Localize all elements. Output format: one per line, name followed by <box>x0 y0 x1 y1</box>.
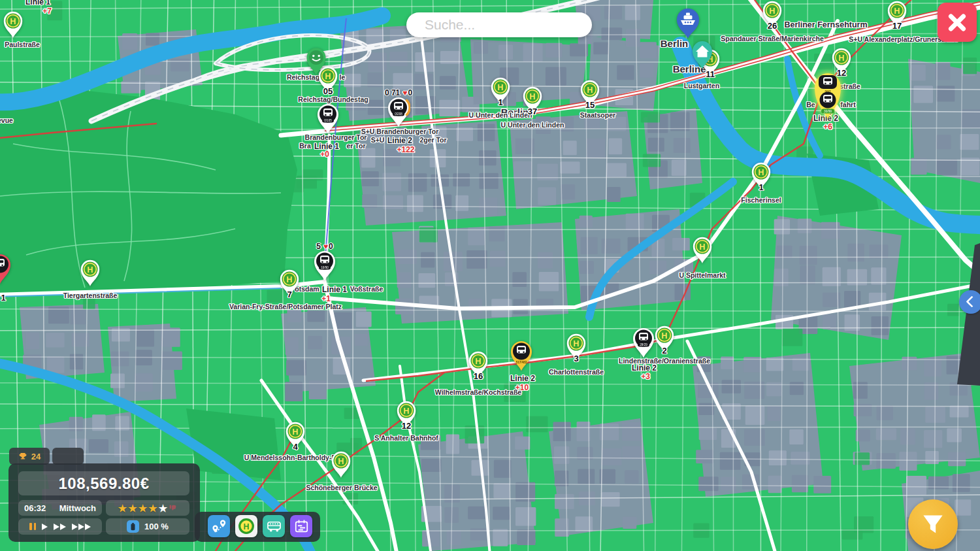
funnel-icon <box>918 509 948 539</box>
home-marker[interactable] <box>691 40 714 70</box>
svg-text:H: H <box>475 357 481 366</box>
svg-text:H: H <box>338 457 344 466</box>
play-button[interactable] <box>42 524 48 530</box>
bus-stop-marker[interactable]: H <box>580 80 600 107</box>
vehicle-marker[interactable]: 0/105 <box>316 103 340 135</box>
rating-star: ★ <box>159 503 167 513</box>
svg-text:H: H <box>529 92 535 101</box>
rating-star: ★ <box>128 503 137 513</box>
routes-tool-button[interactable] <box>208 515 230 537</box>
bus-stop-sign-icon: H <box>237 517 255 535</box>
bus-stop-marker[interactable]: H <box>522 86 543 114</box>
bus-stop-marker[interactable]: H <box>831 48 852 75</box>
bus-stop-marker[interactable]: H <box>751 162 772 190</box>
svg-text:H: H <box>244 522 250 531</box>
svg-text:H: H <box>87 265 93 275</box>
bus-stop-marker[interactable]: H <box>285 422 306 449</box>
rating-star: ★ <box>148 503 157 513</box>
svg-text:H: H <box>758 168 764 177</box>
rating-star: ★ <box>118 503 127 513</box>
svg-text:H: H <box>838 54 844 63</box>
collapse-panel-button[interactable] <box>959 290 980 314</box>
svg-text:10/90: 10/90 <box>321 266 329 269</box>
svg-text:H: H <box>573 339 579 348</box>
bus-stop-marker[interactable]: H <box>490 77 511 105</box>
vehicle-marker[interactable]: 10/90 <box>313 250 336 282</box>
bus-stop-marker[interactable]: H <box>692 237 713 264</box>
trophy-counter[interactable]: 24 <box>9 448 50 465</box>
time-display[interactable]: 06:32 Mittwoch <box>18 500 102 516</box>
ship-marker[interactable] <box>675 7 701 40</box>
day-value: Mittwoch <box>59 503 96 513</box>
vehicle-marker[interactable]: 517/483 <box>510 341 533 372</box>
fast-forward-button[interactable] <box>54 524 66 530</box>
battery-display[interactable]: 100 % <box>106 518 189 535</box>
filter-button[interactable] <box>908 499 958 549</box>
trophy-icon <box>18 452 27 461</box>
svg-text:0/208: 0/208 <box>395 112 402 116</box>
speed-controls <box>18 518 102 535</box>
buses-tool-button[interactable] <box>263 515 285 537</box>
svg-text:0/105: 0/105 <box>324 119 332 122</box>
svg-text:517/483: 517/483 <box>516 361 527 364</box>
bus-stop-marker[interactable]: H <box>887 1 907 28</box>
trophy-count: 24 <box>31 452 41 461</box>
vehicle-marker[interactable] <box>0 254 12 285</box>
vehicle-marker[interactable]: 28/29 <box>632 327 655 359</box>
svg-text:H: H <box>699 242 705 252</box>
bus-icon <box>265 518 283 535</box>
chevron-left-icon <box>966 295 977 307</box>
svg-text:H: H <box>286 275 292 284</box>
rating-display[interactable]: ★★★★★ <box>106 500 189 516</box>
bus-stop-marker[interactable]: H <box>279 269 300 297</box>
svg-text:H: H <box>587 86 593 95</box>
bus-stop-marker[interactable]: H <box>566 333 587 361</box>
close-button[interactable] <box>938 3 977 42</box>
svg-text:H: H <box>403 407 409 416</box>
schedule-icon <box>293 518 310 535</box>
svg-text:H: H <box>497 83 503 92</box>
pause-button[interactable] <box>29 523 36 530</box>
smiley-marker[interactable] <box>305 47 327 76</box>
route-pins-icon <box>210 518 228 535</box>
secondary-counter[interactable] <box>52 448 84 465</box>
vehicle-marker-selected[interactable]: 0/9230/99 <box>812 72 843 120</box>
svg-text:28/29: 28/29 <box>640 343 647 346</box>
svg-text:H: H <box>10 17 16 26</box>
bus-stop-marker[interactable]: H <box>654 326 675 353</box>
rating-star: ★ <box>139 503 147 513</box>
money-display[interactable]: 108,569.80€ <box>18 471 189 495</box>
schedules-tool-button[interactable] <box>290 515 312 537</box>
rating-trend-icon <box>169 504 177 512</box>
fastest-forward-button[interactable] <box>72 524 91 530</box>
svg-text:H: H <box>292 427 298 437</box>
bus-stop-marker[interactable]: H <box>3 11 24 39</box>
vehicle-marker[interactable]: 0/208 <box>387 97 410 128</box>
battery-value: 100 % <box>144 522 169 531</box>
bus-stop-marker[interactable]: H <box>80 259 101 287</box>
money-value: 108,569.80€ <box>59 475 150 493</box>
svg-text:H: H <box>769 7 775 16</box>
search-input[interactable] <box>406 12 592 37</box>
bus-stop-marker[interactable]: H <box>762 1 783 28</box>
bus-stop-marker[interactable]: H <box>468 351 489 378</box>
svg-text:H: H <box>894 7 900 16</box>
clock-value: 06:32 <box>24 503 46 513</box>
svg-text:H: H <box>661 331 667 341</box>
svg-text:30/99: 30/99 <box>824 110 832 113</box>
bus-stop-marker[interactable]: H <box>331 451 351 478</box>
battery-icon <box>127 520 139 533</box>
bus-stop-marker[interactable]: H <box>396 401 417 428</box>
stops-tool-button[interactable]: H <box>235 515 257 537</box>
